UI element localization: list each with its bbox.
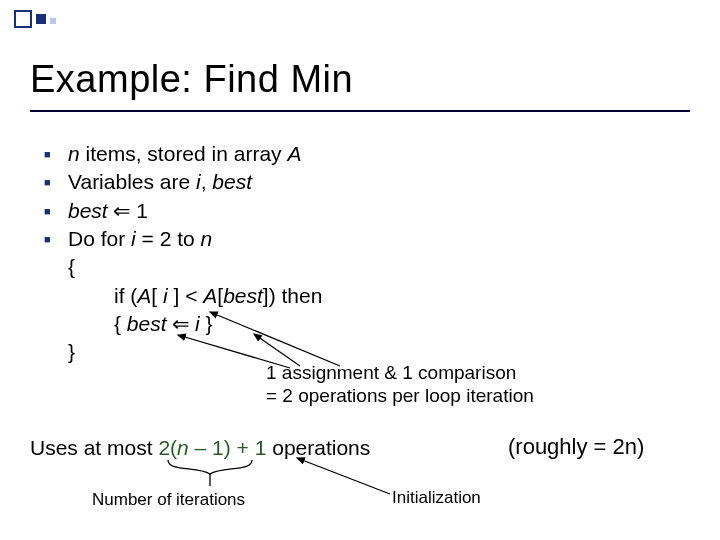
bullet-icon: ■ [44,225,68,253]
code-if-line: if (A[ i ] < A[best]) then [44,282,684,310]
annotation-per-iteration: 1 assignment & 1 comparison = 2 operatio… [266,362,534,408]
slide-body: ■ n items, stored in array A ■ Variables… [44,140,684,367]
bullet-icon: ■ [44,197,68,225]
slide-decoration [14,10,56,28]
code-body-line: { best ⇐ i } [44,310,684,338]
slide-title: Example: Find Min [30,58,353,101]
iterations-label: Number of iterations [92,490,245,510]
initialization-label: Initialization [392,488,481,508]
bullet-icon: ■ [44,140,68,168]
uses-line: Uses at most 2(n – 1) + 1 operations [30,436,370,460]
bullet-icon: ■ [44,168,68,196]
bullet-4: Do for i = 2 to n [68,225,684,253]
bullet-1: n items, stored in array A [68,140,684,168]
roughly-note: (roughly = 2n) [508,434,644,460]
title-rule [30,110,690,112]
code-open-brace: { [44,253,684,281]
svg-line-4 [297,458,390,494]
bullet-2: Variables are i, best [68,168,684,196]
bullet-3: best ⇐ 1 [68,197,684,225]
